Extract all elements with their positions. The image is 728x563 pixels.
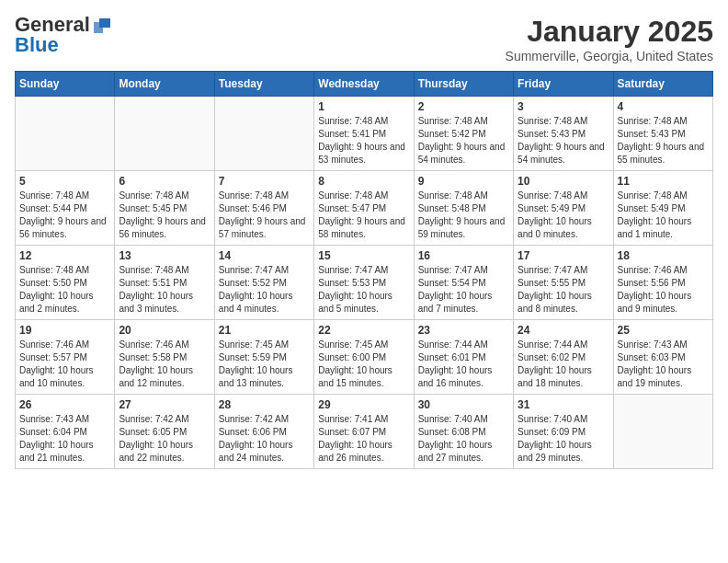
day-number: 9 — [418, 175, 509, 188]
calendar-day-cell: 24Sunrise: 7:44 AMSunset: 6:02 PMDayligh… — [514, 320, 613, 395]
day-info: Sunrise: 7:42 AMSunset: 6:06 PMDaylight:… — [219, 413, 310, 465]
calendar-week-row: 5Sunrise: 7:48 AMSunset: 5:44 PMDaylight… — [16, 171, 713, 246]
calendar-day-cell: 22Sunrise: 7:45 AMSunset: 6:00 PMDayligh… — [314, 320, 414, 395]
calendar-week-row: 1Sunrise: 7:48 AMSunset: 5:41 PMDaylight… — [16, 97, 713, 171]
calendar-day-cell: 1Sunrise: 7:48 AMSunset: 5:41 PMDaylight… — [314, 97, 414, 171]
day-info: Sunrise: 7:47 AMSunset: 5:54 PMDaylight:… — [418, 264, 509, 316]
calendar-day-cell: 31Sunrise: 7:40 AMSunset: 6:09 PMDayligh… — [514, 395, 613, 469]
calendar-day-cell: 23Sunrise: 7:44 AMSunset: 6:01 PMDayligh… — [414, 320, 513, 395]
calendar-day-cell: 25Sunrise: 7:43 AMSunset: 6:03 PMDayligh… — [613, 320, 712, 395]
day-info: Sunrise: 7:46 AMSunset: 5:58 PMDaylight:… — [119, 339, 210, 390]
day-number: 22 — [318, 324, 409, 337]
day-info: Sunrise: 7:44 AMSunset: 6:02 PMDaylight:… — [518, 339, 609, 390]
title-area: January 2025 Summerville, Georgia, Unite… — [506, 15, 713, 63]
calendar-day-cell — [115, 97, 214, 171]
day-info: Sunrise: 7:44 AMSunset: 6:01 PMDaylight:… — [418, 339, 509, 390]
calendar-day-cell: 17Sunrise: 7:47 AMSunset: 5:55 PMDayligh… — [514, 246, 613, 320]
day-info: Sunrise: 7:43 AMSunset: 6:04 PMDaylight:… — [19, 413, 110, 465]
day-info: Sunrise: 7:48 AMSunset: 5:47 PMDaylight:… — [318, 190, 409, 241]
calendar-day-cell: 19Sunrise: 7:46 AMSunset: 5:57 PMDayligh… — [16, 320, 115, 395]
calendar-week-row: 12Sunrise: 7:48 AMSunset: 5:50 PMDayligh… — [16, 246, 713, 320]
calendar-day-cell: 29Sunrise: 7:41 AMSunset: 6:07 PMDayligh… — [314, 395, 414, 469]
day-number: 18 — [618, 249, 709, 262]
calendar-day-cell — [16, 97, 115, 171]
day-info: Sunrise: 7:48 AMSunset: 5:43 PMDaylight:… — [518, 115, 609, 167]
calendar-day-cell: 13Sunrise: 7:48 AMSunset: 5:51 PMDayligh… — [115, 246, 214, 320]
day-info: Sunrise: 7:48 AMSunset: 5:46 PMDaylight:… — [219, 190, 310, 241]
day-number: 7 — [219, 175, 310, 188]
day-info: Sunrise: 7:48 AMSunset: 5:51 PMDaylight:… — [119, 264, 210, 316]
logo-icon — [92, 15, 112, 35]
day-number: 14 — [219, 249, 310, 262]
day-number: 29 — [318, 398, 409, 411]
day-number: 4 — [618, 100, 709, 113]
logo-general-text: General — [15, 15, 90, 35]
calendar-day-cell: 11Sunrise: 7:48 AMSunset: 5:49 PMDayligh… — [613, 171, 712, 246]
day-info: Sunrise: 7:48 AMSunset: 5:49 PMDaylight:… — [518, 190, 609, 241]
day-of-week-header: Friday — [514, 72, 613, 97]
day-number: 19 — [19, 324, 110, 337]
day-number: 11 — [618, 175, 709, 188]
day-info: Sunrise: 7:46 AMSunset: 5:57 PMDaylight:… — [19, 339, 110, 390]
day-number: 2 — [418, 100, 509, 113]
calendar-day-cell: 20Sunrise: 7:46 AMSunset: 5:58 PMDayligh… — [115, 320, 214, 395]
day-info: Sunrise: 7:48 AMSunset: 5:44 PMDaylight:… — [19, 190, 110, 241]
day-of-week-header: Monday — [115, 72, 214, 97]
day-info: Sunrise: 7:40 AMSunset: 6:08 PMDaylight:… — [418, 413, 509, 465]
day-number: 24 — [518, 324, 609, 337]
day-info: Sunrise: 7:40 AMSunset: 6:09 PMDaylight:… — [518, 413, 609, 465]
location: Summerville, Georgia, United States — [506, 49, 713, 63]
day-info: Sunrise: 7:42 AMSunset: 6:05 PMDaylight:… — [119, 413, 210, 465]
day-number: 27 — [119, 398, 210, 411]
day-number: 30 — [418, 398, 509, 411]
day-number: 25 — [618, 324, 709, 337]
calendar-day-cell: 30Sunrise: 7:40 AMSunset: 6:08 PMDayligh… — [414, 395, 513, 469]
day-number: 28 — [219, 398, 310, 411]
calendar-day-cell: 10Sunrise: 7:48 AMSunset: 5:49 PMDayligh… — [514, 171, 613, 246]
day-info: Sunrise: 7:48 AMSunset: 5:45 PMDaylight:… — [119, 190, 210, 241]
calendar-day-cell: 9Sunrise: 7:48 AMSunset: 5:48 PMDaylight… — [414, 171, 513, 246]
day-number: 8 — [318, 175, 409, 188]
day-info: Sunrise: 7:47 AMSunset: 5:52 PMDaylight:… — [219, 264, 310, 316]
day-info: Sunrise: 7:48 AMSunset: 5:50 PMDaylight:… — [19, 264, 110, 316]
month-title: January 2025 — [506, 15, 713, 49]
day-number: 21 — [219, 324, 310, 337]
calendar-day-cell: 16Sunrise: 7:47 AMSunset: 5:54 PMDayligh… — [414, 246, 513, 320]
day-info: Sunrise: 7:47 AMSunset: 5:53 PMDaylight:… — [318, 264, 409, 316]
day-info: Sunrise: 7:48 AMSunset: 5:41 PMDaylight:… — [318, 115, 409, 167]
calendar-week-row: 19Sunrise: 7:46 AMSunset: 5:57 PMDayligh… — [16, 320, 713, 395]
day-of-week-header: Wednesday — [314, 72, 414, 97]
calendar-week-row: 26Sunrise: 7:43 AMSunset: 6:04 PMDayligh… — [16, 395, 713, 469]
day-info: Sunrise: 7:46 AMSunset: 5:56 PMDaylight:… — [618, 264, 709, 316]
day-number: 6 — [119, 175, 210, 188]
calendar-day-cell: 15Sunrise: 7:47 AMSunset: 5:53 PMDayligh… — [314, 246, 414, 320]
day-info: Sunrise: 7:48 AMSunset: 5:49 PMDaylight:… — [618, 190, 709, 241]
day-number: 31 — [518, 398, 609, 411]
calendar-day-cell: 26Sunrise: 7:43 AMSunset: 6:04 PMDayligh… — [16, 395, 115, 469]
calendar-day-cell: 5Sunrise: 7:48 AMSunset: 5:44 PMDaylight… — [16, 171, 115, 246]
calendar-day-cell: 2Sunrise: 7:48 AMSunset: 5:42 PMDaylight… — [414, 97, 513, 171]
calendar-day-cell — [214, 97, 313, 171]
day-info: Sunrise: 7:41 AMSunset: 6:07 PMDaylight:… — [318, 413, 409, 465]
calendar-table: SundayMondayTuesdayWednesdayThursdayFrid… — [15, 71, 713, 469]
calendar-day-cell: 3Sunrise: 7:48 AMSunset: 5:43 PMDaylight… — [514, 97, 613, 171]
logo: General Blue — [15, 15, 112, 55]
calendar-day-cell: 12Sunrise: 7:48 AMSunset: 5:50 PMDayligh… — [16, 246, 115, 320]
day-number: 5 — [19, 175, 110, 188]
calendar-day-cell: 4Sunrise: 7:48 AMSunset: 5:43 PMDaylight… — [613, 97, 712, 171]
calendar-day-cell: 27Sunrise: 7:42 AMSunset: 6:05 PMDayligh… — [115, 395, 214, 469]
logo-blue-text: Blue — [15, 35, 59, 55]
day-info: Sunrise: 7:48 AMSunset: 5:42 PMDaylight:… — [418, 115, 509, 167]
day-number: 1 — [318, 100, 409, 113]
day-number: 12 — [19, 249, 110, 262]
calendar-day-cell: 8Sunrise: 7:48 AMSunset: 5:47 PMDaylight… — [314, 171, 414, 246]
day-number: 17 — [518, 249, 609, 262]
page-header: General Blue January 2025 Summerville, G… — [15, 15, 713, 63]
day-number: 23 — [418, 324, 509, 337]
day-info: Sunrise: 7:47 AMSunset: 5:55 PMDaylight:… — [518, 264, 609, 316]
calendar-day-cell: 28Sunrise: 7:42 AMSunset: 6:06 PMDayligh… — [214, 395, 313, 469]
calendar-day-cell: 18Sunrise: 7:46 AMSunset: 5:56 PMDayligh… — [613, 246, 712, 320]
day-info: Sunrise: 7:43 AMSunset: 6:03 PMDaylight:… — [618, 339, 709, 390]
day-number: 13 — [119, 249, 210, 262]
calendar-day-cell: 7Sunrise: 7:48 AMSunset: 5:46 PMDaylight… — [214, 171, 313, 246]
